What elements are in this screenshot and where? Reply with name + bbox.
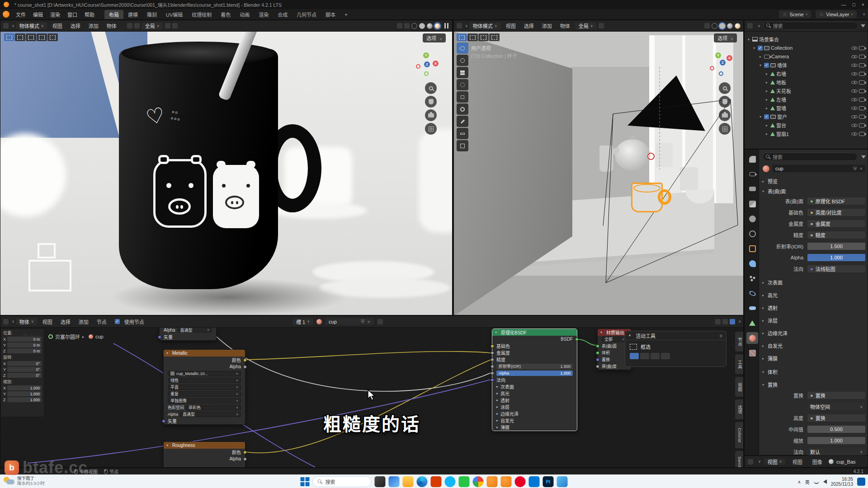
outliner-item-label[interactable]: 地板 xyxy=(776,79,786,86)
pan-hand-icon[interactable] xyxy=(425,96,437,108)
output-target-dropdown[interactable]: 全部∨ xyxy=(602,337,627,342)
select-mode-extend-icon[interactable] xyxy=(640,353,649,359)
outliner-row-mesh[interactable]: ▸ 右墙 xyxy=(746,70,867,78)
hide-viewport-icon[interactable] xyxy=(851,114,858,120)
rotation-y-field[interactable]: 0° xyxy=(7,367,42,372)
extension-dropdown[interactable]: 重复∨ xyxy=(168,391,241,397)
view-menu[interactable]: 视图 xyxy=(502,22,519,29)
workspace-tab-uv[interactable]: UV编辑 xyxy=(161,10,187,19)
workspace-tab-shading[interactable]: 着色 xyxy=(216,10,235,19)
shading-wireframe-icon[interactable] xyxy=(712,23,717,29)
snap-magnet-icon[interactable] xyxy=(165,23,171,29)
hide-viewport-icon[interactable] xyxy=(851,131,858,137)
outliner-row-camera[interactable]: ▸ Camera xyxy=(746,52,867,61)
menu-help[interactable]: 帮助 xyxy=(81,11,98,18)
ime-indicator[interactable]: 英 xyxy=(805,479,810,485)
metallic-image-node[interactable]: ▾Metallic 颜色 Alpha cup_Metallic.10...× 线… xyxy=(163,349,245,425)
navigation-gizmo[interactable]: X Y Z xyxy=(708,52,733,77)
disable-render-icon[interactable] xyxy=(859,46,865,50)
blender-app-icon[interactable] xyxy=(4,2,9,7)
navigation-gizmo[interactable]: X Y Z xyxy=(414,52,439,77)
tool-tab[interactable] xyxy=(746,153,758,165)
sidebar-tab-tool[interactable]: 工具 xyxy=(735,354,743,375)
solid-view-canvas[interactable]: 用户透视 (73) Collection | 杯子 选项 ∨ X Y Z xyxy=(454,32,743,315)
displacement-panel-header[interactable]: ▾置换 xyxy=(761,380,867,389)
constraints-tab[interactable] xyxy=(746,302,758,314)
overlay-toggle-icon[interactable] xyxy=(722,319,728,325)
disable-render-icon[interactable] xyxy=(859,72,865,76)
chrome-icon[interactable] xyxy=(473,476,484,487)
menu-window[interactable]: 窗口 xyxy=(64,11,81,18)
hide-viewport-icon[interactable] xyxy=(851,54,858,60)
blender-icon[interactable] xyxy=(501,476,512,487)
expand-chevron[interactable]: ▸ xyxy=(764,72,769,76)
editor-type-icon[interactable] xyxy=(456,23,462,29)
pick-select-icon[interactable] xyxy=(47,33,58,41)
box-select-icon[interactable] xyxy=(15,33,25,41)
emission-panel-header[interactable]: ▸自发光 xyxy=(761,341,867,350)
object-menu[interactable]: 物体 xyxy=(557,22,574,29)
axis-y-handle[interactable]: Y xyxy=(715,52,721,58)
sidebar-tab-node[interactable]: 节点 xyxy=(735,331,743,352)
add-workspace-button[interactable]: + xyxy=(340,11,352,18)
node-header[interactable]: ▾原理化BSDF xyxy=(492,329,577,336)
select-mode-icon[interactable] xyxy=(127,23,133,29)
camera-view-icon[interactable] xyxy=(425,109,437,121)
location-x-field[interactable]: 0 m xyxy=(7,337,42,342)
snap-magnet-icon[interactable] xyxy=(598,23,604,29)
scale-tool[interactable] xyxy=(457,91,468,103)
alpha-mode-dropdown[interactable]: 直通型∨ xyxy=(180,412,241,417)
axis-y-handle[interactable]: Y xyxy=(423,52,429,58)
shading-material-icon[interactable] xyxy=(427,23,433,29)
ior-field[interactable]: 折射率(IOR)1.500 xyxy=(496,364,573,369)
texture-tab[interactable] xyxy=(746,347,758,359)
shading-material-icon[interactable] xyxy=(727,23,733,29)
circle-select-icon[interactable] xyxy=(26,33,36,41)
wechat-icon[interactable] xyxy=(459,476,470,487)
volume-panel-header[interactable]: ▾体积 xyxy=(761,367,867,376)
material-name-field[interactable]: cup⛨× xyxy=(325,317,374,326)
collection-checkbox[interactable] xyxy=(764,114,769,119)
app-icon[interactable] xyxy=(431,476,442,487)
outliner-row-walls[interactable]: ▾ 墙体 xyxy=(746,61,867,69)
workspace-tab-geometry-nodes[interactable]: 几何节点 xyxy=(292,10,321,19)
disable-render-icon[interactable] xyxy=(859,98,865,102)
music-app-icon[interactable] xyxy=(515,476,526,487)
outliner-item-label[interactable]: 窗台 xyxy=(776,122,786,129)
use-nodes-checkbox[interactable] xyxy=(115,319,120,324)
outliner-row-collection[interactable]: ▾ Collection xyxy=(746,44,867,52)
workspace-tab-layout[interactable]: 布局 xyxy=(104,10,123,19)
alpha-field[interactable]: Alpha1.000 xyxy=(496,371,573,376)
image-menu[interactable]: 图像 xyxy=(809,458,826,465)
select-mode-intersect-icon[interactable] xyxy=(661,353,670,359)
editor-type-icon[interactable] xyxy=(3,319,9,325)
topbar-overflow-icon[interactable]: ∨ xyxy=(863,12,865,16)
view-menu[interactable]: 视图 xyxy=(789,458,806,465)
filter-funnel-icon[interactable] xyxy=(861,24,865,28)
tweak-select-icon[interactable] xyxy=(4,33,14,41)
outliner-item-label[interactable]: 左墙 xyxy=(776,96,786,103)
outliner-row-mesh[interactable]: ▸ 窗墙 xyxy=(746,104,867,112)
overlay-toggle-icon[interactable] xyxy=(704,23,710,29)
axis-neg-x-handle[interactable] xyxy=(710,66,714,70)
location-z-field[interactable]: 0 m xyxy=(7,348,42,353)
task-view-icon[interactable] xyxy=(375,476,386,487)
expand-chevron[interactable]: ▸ xyxy=(764,80,769,84)
outliner-item-label[interactable]: 墙体 xyxy=(777,61,787,69)
viewport-solid[interactable]: ∨ 物体模式∨ 视图 选择 添加 物体 全局∨ xyxy=(453,20,744,315)
viewport-options-dropdown[interactable]: 选项 ∨ xyxy=(714,33,737,42)
axis-z-handle[interactable]: Z xyxy=(424,61,430,67)
outliner-item-label[interactable]: 窗户 xyxy=(777,113,787,120)
outliner-item-label[interactable]: Camera xyxy=(771,54,789,59)
rendered-view-canvas[interactable]: ♡ ▫▫▫▫▫ 选项 ∨ xyxy=(0,32,452,315)
disable-render-icon[interactable] xyxy=(859,123,865,127)
axis-neg-y-handle[interactable] xyxy=(424,71,429,76)
add-menu[interactable]: 添加 xyxy=(75,318,92,325)
workspace-tab-sculpting[interactable]: 雕刻 xyxy=(142,10,161,19)
axis-x-handle[interactable]: X xyxy=(433,61,439,66)
ior-number-field[interactable]: 1.500 xyxy=(807,242,866,250)
shading-solid-icon[interactable] xyxy=(419,23,425,29)
menu-file[interactable]: 文件 xyxy=(12,11,29,18)
notification-badge[interactable] xyxy=(857,478,865,486)
interpolation-dropdown[interactable]: 线性∨ xyxy=(168,378,241,383)
